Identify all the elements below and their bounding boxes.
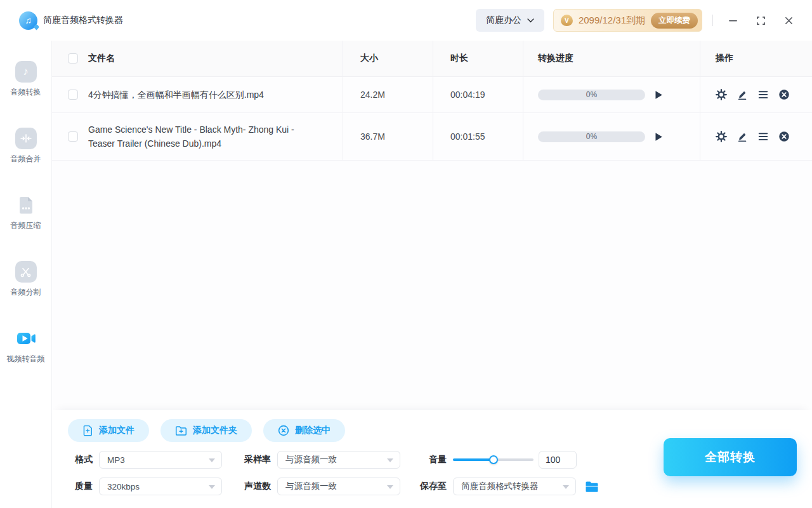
- chevron-down-icon: [527, 18, 534, 23]
- progress-value: 0%: [586, 90, 597, 99]
- delete-selected-label: 删除选中: [295, 425, 331, 436]
- brand: ♫ 简鹿音频格式转换器: [19, 11, 123, 30]
- license-badge: V 2099/12/31到期 立即续费: [553, 9, 702, 32]
- sample-rate-label: 采样率: [244, 454, 271, 465]
- sample-rate-select[interactable]: 与源音频一致: [277, 451, 400, 469]
- close-icon: [784, 16, 794, 25]
- play-button[interactable]: [654, 131, 664, 142]
- format-label: 格式: [75, 454, 93, 465]
- workspace-menu-button[interactable]: 简鹿办公: [476, 9, 544, 32]
- delete-selected-button[interactable]: 删除选中: [263, 419, 345, 442]
- row-checkbox[interactable]: [68, 131, 78, 142]
- select-all-checkbox[interactable]: [68, 53, 78, 64]
- progress-bar: 0%: [538, 131, 645, 142]
- column-header-progress: 转换进度: [538, 53, 573, 64]
- quality-select[interactable]: 320kbps: [99, 478, 222, 495]
- format-select[interactable]: MP3: [99, 451, 222, 469]
- sidebar: ♪ 音频转换 音频合并: [0, 41, 52, 508]
- vip-icon: V: [561, 15, 573, 26]
- volume-input[interactable]: [539, 451, 577, 469]
- add-file-icon: [82, 425, 93, 436]
- column-header-actions: 操作: [716, 53, 733, 64]
- settings-gear-icon: [716, 131, 727, 142]
- close-button[interactable]: [779, 11, 798, 30]
- app-window: ♫ 简鹿音频格式转换器 简鹿办公 V 2099/12/31到期 立即续费: [0, 0, 812, 508]
- channels-select[interactable]: 与源音频一致: [277, 478, 400, 495]
- progress-bar: 0%: [538, 90, 645, 100]
- play-button[interactable]: [654, 90, 664, 100]
- menu-icon: [757, 131, 769, 142]
- sidebar-item-audio-split[interactable]: 音频分割: [11, 261, 41, 298]
- row-edit-button[interactable]: [737, 89, 748, 100]
- add-folder-icon: [175, 425, 187, 436]
- row-remove-button[interactable]: [778, 131, 790, 142]
- workspace-menu-label: 简鹿办公: [486, 15, 521, 26]
- file-duration: 00:01:55: [450, 131, 485, 142]
- sidebar-item-audio-convert[interactable]: ♪ 音频转换: [11, 61, 41, 98]
- titlebar: ♫ 简鹿音频格式转换器 简鹿办公 V 2099/12/31到期 立即续费: [0, 0, 812, 41]
- play-icon: [654, 132, 663, 142]
- edit-pencil-icon: [737, 89, 748, 100]
- volume-slider[interactable]: [453, 451, 534, 469]
- row-remove-button[interactable]: [778, 89, 790, 100]
- sidebar-item-label: 视频转音频: [7, 354, 45, 364]
- sidebar-item-audio-merge[interactable]: 音频合并: [11, 128, 41, 164]
- row-menu-button[interactable]: [757, 131, 769, 142]
- dropdown-arrow-icon: [387, 485, 393, 489]
- sample-rate-value: 与源音频一致: [285, 454, 337, 465]
- progress-value: 0%: [586, 132, 597, 141]
- delete-circle-icon: [278, 425, 289, 436]
- maximize-button[interactable]: [751, 11, 770, 30]
- renew-button[interactable]: 立即续费: [651, 13, 698, 29]
- add-file-label: 添加文件: [99, 425, 134, 436]
- save-to-value: 简鹿音频格式转换器: [461, 481, 539, 492]
- convert-all-button[interactable]: 全部转换: [664, 438, 797, 476]
- play-icon: [654, 90, 663, 100]
- add-folder-button[interactable]: 添加文件夹: [160, 419, 252, 442]
- browse-folder-button[interactable]: [584, 478, 600, 495]
- row-edit-button[interactable]: [737, 131, 748, 142]
- save-to-select[interactable]: 简鹿音频格式转换器: [453, 478, 576, 495]
- dropdown-arrow-icon: [387, 458, 393, 462]
- row-settings-button[interactable]: [716, 89, 727, 100]
- settings-gear-icon: [716, 89, 727, 100]
- volume-label: 音量: [420, 454, 447, 465]
- merge-icon: [15, 128, 37, 149]
- table-row: Game Science's New Title - Black Myth- Z…: [52, 113, 812, 161]
- remove-circle-icon: [778, 131, 790, 142]
- titlebar-right: 简鹿办公 V 2099/12/31到期 立即续费: [476, 9, 798, 32]
- app-logo-icon: ♫: [19, 11, 37, 30]
- row-settings-button[interactable]: [716, 131, 727, 142]
- channels-value: 与源音频一致: [285, 481, 337, 492]
- row-checkbox[interactable]: [68, 90, 78, 100]
- sidebar-item-video-to-audio[interactable]: 视频转音频: [7, 328, 45, 364]
- channels-label: 声道数: [244, 481, 271, 492]
- sidebar-item-label: 音频压缩: [11, 220, 41, 231]
- add-file-button[interactable]: 添加文件: [68, 419, 149, 442]
- minimize-button[interactable]: [723, 11, 742, 30]
- quality-value: 320kbps: [107, 482, 140, 491]
- dropdown-arrow-icon: [563, 485, 569, 489]
- format-value: MP3: [107, 455, 125, 465]
- edit-pencil-icon: [737, 131, 748, 142]
- app-title: 简鹿音频格式转换器: [43, 15, 123, 26]
- file-size: 24.2M: [360, 90, 385, 100]
- dropdown-arrow-icon: [209, 458, 215, 462]
- table-header: 文件名 大小 时长 转换进度 操作: [52, 41, 812, 77]
- bottom-panel: 添加文件 添加文件夹 删除选中 格式: [52, 410, 812, 508]
- file-name: 4分钟搞懂，全画幅和半画幅有什么区别.mp4: [88, 88, 264, 102]
- scissors-icon: [15, 261, 37, 283]
- sidebar-item-audio-compress[interactable]: 音频压缩: [11, 194, 41, 231]
- sidebar-item-label: 音频合并: [11, 154, 41, 164]
- remove-circle-icon: [778, 89, 790, 100]
- divider: [712, 15, 713, 26]
- slider-handle[interactable]: [489, 455, 498, 464]
- file-actions-toolbar: 添加文件 添加文件夹 删除选中: [68, 419, 345, 442]
- row-menu-button[interactable]: [757, 89, 769, 100]
- add-folder-label: 添加文件夹: [193, 425, 237, 436]
- file-size: 36.7M: [360, 131, 385, 142]
- sidebar-item-label: 音频转换: [11, 87, 41, 98]
- settings-row-2: 质量 320kbps 声道数 与源音频一致 保存至 简鹿音频格式转换器: [52, 478, 812, 495]
- column-header-size: 大小: [360, 53, 378, 64]
- quality-label: 质量: [75, 481, 93, 492]
